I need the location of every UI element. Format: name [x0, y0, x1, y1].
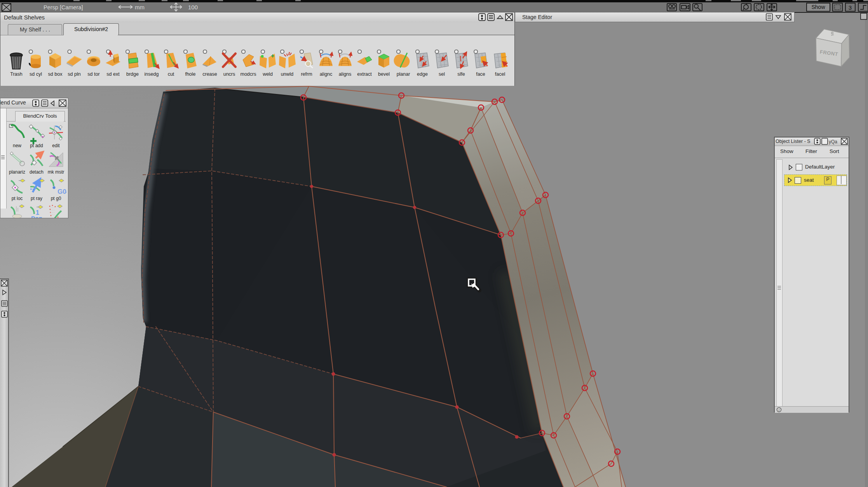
svg-text:yQa: yQa [829, 139, 837, 144]
svg-text:planariz: planariz [9, 169, 25, 175]
svg-text:i: i [779, 408, 780, 412]
svg-text:3: 3 [849, 4, 852, 11]
svg-text:Deg: Deg [31, 215, 42, 218]
svg-text:mk mstr: mk mstr [48, 169, 64, 175]
svg-text:100: 100 [188, 4, 198, 10]
svg-text:pt add: pt add [30, 143, 43, 148]
svg-text:Persp [Camera]: Persp [Camera] [44, 4, 83, 10]
svg-text:pt ray: pt ray [31, 196, 42, 201]
svg-text:new: new [13, 143, 21, 148]
svg-text:mm: mm [135, 4, 145, 10]
svg-text:Show: Show [811, 4, 825, 10]
svg-text:edit: edit [52, 143, 60, 148]
svg-text:detach: detach [30, 169, 44, 175]
svg-text:pt loc: pt loc [12, 196, 23, 201]
svg-text:G0: G0 [58, 188, 66, 195]
svg-text:pt g0: pt g0 [51, 196, 61, 201]
